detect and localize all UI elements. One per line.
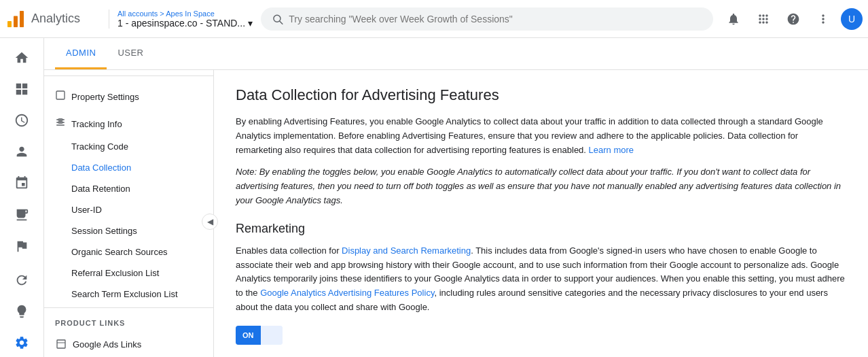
- search-input[interactable]: [289, 14, 702, 24]
- svg-rect-8: [57, 340, 65, 348]
- remarketing-description: Enables data collection for Display and …: [236, 244, 846, 315]
- search-bar[interactable]: [261, 7, 713, 31]
- remarketing-toggle-on: ON: [236, 326, 261, 345]
- content-description: By enabling Advertising Features, you en…: [236, 115, 846, 157]
- nav-referral-exclusion-list[interactable]: Referral Exclusion List: [44, 262, 213, 284]
- property-settings-label: Property Settings: [71, 92, 139, 102]
- tracking-subitems: Tracking Code Data Collection Data Reten…: [44, 136, 213, 305]
- svg-rect-2: [20, 11, 24, 27]
- tab-admin[interactable]: ADMIN: [55, 38, 107, 69]
- nav-tracking-code[interactable]: Tracking Code: [44, 136, 213, 157]
- google-ads-icon: [55, 338, 67, 350]
- tab-user[interactable]: USER: [107, 38, 154, 69]
- tracking-info-icon: [55, 117, 66, 131]
- property-selector[interactable]: 1 - apesinspace.co - STAND... ▾: [117, 18, 253, 29]
- sidebar-item-refresh[interactable]: [5, 266, 38, 294]
- remarketing-desc-link2[interactable]: Google Analytics Advertising Features Po…: [260, 288, 434, 298]
- sidebar-item-data[interactable]: [5, 200, 38, 228]
- tab-row: ADMIN USER: [44, 38, 868, 70]
- svg-rect-5: [56, 91, 65, 99]
- remarketing-title: Remarketing: [236, 222, 846, 236]
- content-desc-link[interactable]: Learn more: [589, 145, 634, 155]
- nav-google-ads-links[interactable]: Google Ads Links: [44, 333, 213, 356]
- help-button[interactable]: [781, 7, 806, 31]
- breadcrumb: All accounts > Apes In Space: [117, 10, 253, 18]
- header-icons: U: [721, 7, 863, 31]
- nav-data-retention[interactable]: Data Retention: [44, 178, 213, 199]
- content-note-text: Note: By enabling the toggles below, you…: [236, 167, 841, 205]
- apps-button[interactable]: [751, 7, 776, 31]
- collapse-nav-button[interactable]: ◀: [202, 214, 218, 230]
- sidebar-item-settings[interactable]: [5, 328, 38, 357]
- analytics-logo-icon: [5, 9, 26, 29]
- svg-line-4: [280, 21, 283, 24]
- product-links-header: PRODUCT LINKS: [44, 311, 213, 333]
- content-desc-text: By enabling Advertising Features, you en…: [236, 116, 823, 155]
- nav-content: ◀ Property Settings Tracking: [44, 70, 868, 357]
- tracking-info-label: Tracking Info: [71, 119, 122, 129]
- app-title: Analytics: [31, 12, 80, 26]
- content-note: Note: By enabling the toggles below, you…: [236, 165, 846, 207]
- logo-area: Analytics: [5, 9, 101, 29]
- sidebar-item-integrations[interactable]: [5, 169, 38, 197]
- nav-data-collection[interactable]: Data Collection: [44, 157, 213, 178]
- notifications-button[interactable]: [721, 7, 746, 31]
- remarketing-toggle-row: ON: [236, 326, 846, 345]
- remarketing-toggle-off: [261, 326, 283, 345]
- sidebar-item-dashboard[interactable]: [5, 75, 38, 103]
- nav-session-settings[interactable]: Session Settings: [44, 220, 213, 241]
- account-selector[interactable]: All accounts > Apes In Space 1 - apesins…: [109, 10, 253, 29]
- header: Analytics All accounts > Apes In Space 1…: [0, 0, 868, 38]
- remarketing-toggle[interactable]: ON: [236, 326, 283, 345]
- content-title: Data Collection for Advertising Features: [236, 86, 846, 104]
- svg-rect-1: [14, 16, 18, 27]
- nav-tracking-info[interactable]: Tracking Info: [44, 109, 213, 136]
- dropdown-icon: ▾: [248, 18, 253, 29]
- remarketing-desc-link[interactable]: Display and Search Remarketing: [342, 245, 471, 256]
- property-name: 1 - apesinspace.co - STAND...: [117, 18, 245, 29]
- sidebar-item-lightbulb[interactable]: [5, 297, 38, 326]
- secondary-nav: Property Settings Tracking Info Tracking…: [44, 70, 214, 357]
- nav-property-settings[interactable]: Property Settings: [44, 82, 213, 109]
- search-icon: [272, 13, 283, 25]
- sidebar-item-home[interactable]: [5, 44, 38, 72]
- main-area: ADMIN USER ◀ Property Settings: [44, 38, 868, 357]
- sidebar-item-clock[interactable]: [5, 106, 38, 135]
- svg-rect-0: [7, 21, 12, 27]
- property-settings-icon: [55, 90, 66, 103]
- main-content: Data Collection for Advertising Features…: [214, 70, 868, 357]
- body-layout: ADMIN USER ◀ Property Settings: [0, 38, 868, 357]
- more-button[interactable]: [811, 7, 835, 31]
- nav-user-id[interactable]: User-ID: [44, 199, 213, 220]
- avatar[interactable]: U: [841, 8, 863, 30]
- sidebar-icons: [0, 38, 44, 357]
- sidebar-item-flags[interactable]: [5, 232, 38, 260]
- nav-organic-search-sources[interactable]: Organic Search Sources: [44, 241, 213, 262]
- google-ads-label: Google Ads Links: [73, 339, 141, 350]
- sidebar-item-user[interactable]: [5, 137, 38, 166]
- nav-search-term-exclusion-list[interactable]: Search Term Exclusion List: [44, 284, 213, 305]
- remarketing-desc-before: Enables data collection for: [236, 245, 342, 256]
